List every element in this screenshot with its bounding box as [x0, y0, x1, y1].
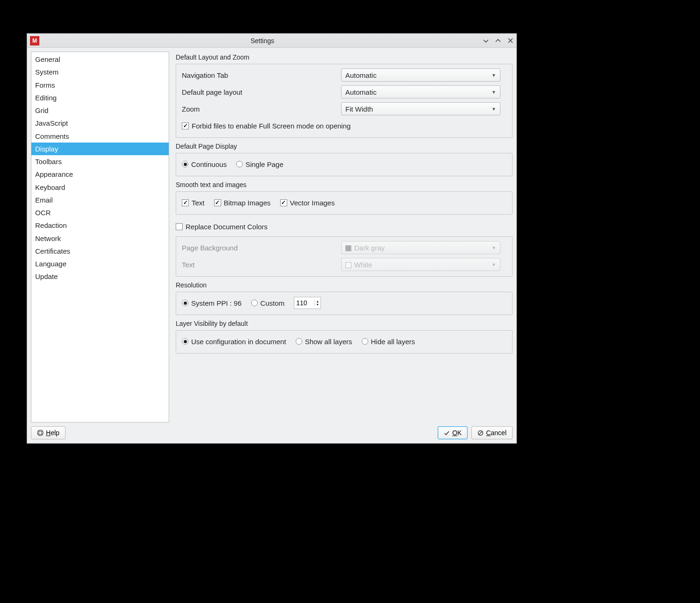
- checkbox-smooth-text[interactable]: Text: [182, 199, 205, 207]
- section-smooth: Text Bitmap Images Vector Images: [176, 191, 513, 215]
- radio-icon: [236, 161, 243, 167]
- settings-dialog: Settings GeneralSystemFormsEditingGridJa…: [27, 33, 517, 444]
- window-controls: [483, 38, 514, 44]
- checkbox-smooth-bitmap[interactable]: Bitmap Images: [214, 199, 271, 207]
- sidebar: GeneralSystemFormsEditingGridJavaScriptC…: [31, 52, 169, 439]
- sidebar-item-system[interactable]: System: [31, 66, 169, 78]
- sidebar-item-editing[interactable]: Editing: [31, 91, 169, 104]
- sidebar-item-appearance[interactable]: Appearance: [31, 168, 169, 181]
- sidebar-item-comments[interactable]: Comments: [31, 130, 169, 143]
- chevron-down-icon: ▼: [491, 245, 496, 250]
- section-replace-colors: Page Background Dark gray ▼ Text White ▼: [176, 236, 513, 277]
- radio-layers-doc-config[interactable]: Use configuration in document: [182, 338, 286, 346]
- radio-single-page[interactable]: Single Page: [236, 160, 283, 168]
- sidebar-item-ocr[interactable]: OCR: [31, 206, 169, 219]
- check-icon: [444, 430, 450, 436]
- dialog-footer: OK OK Cancel Cancel: [176, 423, 513, 439]
- color-swatch: [345, 262, 351, 268]
- sidebar-item-toolbars[interactable]: Toolbars: [31, 155, 169, 168]
- section-title-page-display: Default Page Display: [176, 143, 513, 150]
- section-title-smooth: Smooth text and images: [176, 181, 513, 188]
- combo-page-layout[interactable]: Automatic▼: [341, 85, 500, 98]
- sidebar-item-javascript[interactable]: JavaScript: [31, 117, 169, 129]
- chevron-down-icon: ▼: [491, 262, 496, 267]
- radio-continuous[interactable]: Continuous: [182, 160, 227, 168]
- label-nav-tab: Navigation Tab: [182, 71, 341, 79]
- cancel-icon: [477, 430, 484, 436]
- checkbox-forbid-fullscreen[interactable]: Forbid files to enable Full Screen mode …: [182, 122, 350, 130]
- combo-nav-tab[interactable]: Automatic▼: [341, 68, 500, 82]
- combo-zoom[interactable]: Fit Width▼: [341, 102, 500, 115]
- checkbox-icon: [214, 199, 221, 206]
- sidebar-item-update[interactable]: Update: [31, 270, 169, 283]
- chevron-down-icon: ▼: [491, 73, 496, 78]
- section-page-display: Continuous Single Page: [176, 153, 513, 176]
- color-swatch: [345, 245, 351, 251]
- help-icon: [37, 430, 44, 436]
- radio-icon: [182, 300, 188, 306]
- radio-system-ppi[interactable]: System PPI : 96: [182, 299, 242, 307]
- section-title-resolution: Resolution: [176, 281, 513, 289]
- help-button[interactable]: HHelpelp: [31, 426, 66, 439]
- sidebar-item-keyboard[interactable]: Keyboard: [31, 181, 169, 194]
- spinner-up-icon[interactable]: ▲: [316, 300, 319, 303]
- checkbox-icon: [182, 122, 189, 129]
- checkbox-icon: [280, 199, 287, 206]
- radio-icon: [296, 338, 302, 345]
- cancel-button[interactable]: Cancel Cancel: [471, 426, 513, 439]
- label-page-bg: Page Background: [182, 244, 341, 252]
- chevron-down-icon: ▼: [491, 106, 496, 112]
- sidebar-item-display[interactable]: Display: [31, 143, 169, 155]
- sidebar-item-certificates[interactable]: Certificates: [31, 245, 169, 257]
- input-custom-ppi[interactable]: [294, 298, 314, 308]
- radio-icon: [182, 338, 188, 345]
- radio-icon: [362, 338, 368, 345]
- category-list[interactable]: GeneralSystemFormsEditingGridJavaScriptC…: [31, 52, 169, 422]
- checkbox-replace-colors[interactable]: Replace Document Colors: [176, 223, 268, 231]
- sidebar-item-email[interactable]: Email: [31, 194, 169, 206]
- combo-page-bg: Dark gray ▼: [341, 241, 500, 254]
- radio-icon: [182, 161, 188, 167]
- content-area: GeneralSystemFormsEditingGridJavaScriptC…: [27, 48, 516, 443]
- radio-layers-show-all[interactable]: Show all layers: [296, 338, 352, 346]
- label-page-layout: Default page layout: [182, 88, 341, 96]
- section-title-layers: Layer Visibility by default: [176, 320, 513, 327]
- checkbox-icon: [182, 199, 189, 206]
- sidebar-item-redaction[interactable]: Redaction: [31, 219, 169, 232]
- label-text-color: Text: [182, 261, 341, 269]
- close-button[interactable]: [507, 38, 514, 44]
- spinner-down-icon[interactable]: ▼: [316, 303, 319, 306]
- section-title-layout: Default Layout and Zoom: [176, 53, 513, 61]
- radio-custom-ppi[interactable]: Custom: [251, 299, 285, 307]
- label-zoom: Zoom: [182, 105, 341, 113]
- ok-button[interactable]: OK OK: [438, 426, 468, 439]
- sidebar-item-language[interactable]: Language: [31, 257, 169, 270]
- sidebar-item-grid[interactable]: Grid: [31, 104, 169, 117]
- section-layout: Navigation Tab Automatic▼ Default page l…: [176, 64, 513, 138]
- main-panel: Default Layout and Zoom Navigation Tab A…: [176, 52, 513, 439]
- window-title: Settings: [42, 37, 483, 45]
- section-layers: Use configuration in document Show all l…: [176, 330, 513, 354]
- sidebar-item-general[interactable]: General: [31, 53, 169, 66]
- maximize-button[interactable]: [495, 38, 501, 44]
- chevron-down-icon: ▼: [491, 90, 496, 95]
- combo-text-color: White ▼: [341, 258, 500, 271]
- minimize-button[interactable]: [483, 38, 489, 44]
- sidebar-item-forms[interactable]: Forms: [31, 79, 169, 91]
- sidebar-item-network[interactable]: Network: [31, 232, 169, 245]
- checkbox-smooth-vector[interactable]: Vector Images: [280, 199, 335, 207]
- spinner-custom-ppi[interactable]: ▲ ▼: [294, 297, 321, 309]
- section-resolution: System PPI : 96 Custom ▲ ▼: [176, 292, 513, 315]
- radio-icon: [251, 300, 258, 306]
- radio-layers-hide-all[interactable]: Hide all layers: [362, 338, 415, 346]
- checkbox-icon: [176, 223, 183, 230]
- titlebar: Settings: [27, 34, 516, 48]
- app-icon: [30, 36, 39, 45]
- main-scroll: Default Layout and Zoom Navigation Tab A…: [176, 52, 513, 423]
